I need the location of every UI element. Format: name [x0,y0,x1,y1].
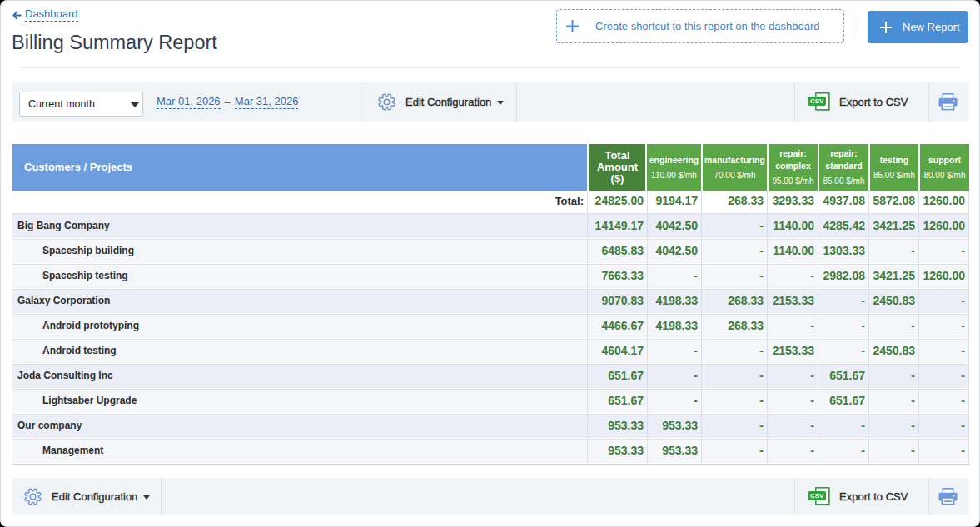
svg-text:CSV: CSV [810,492,824,500]
svg-text:CSV: CSV [810,97,824,105]
